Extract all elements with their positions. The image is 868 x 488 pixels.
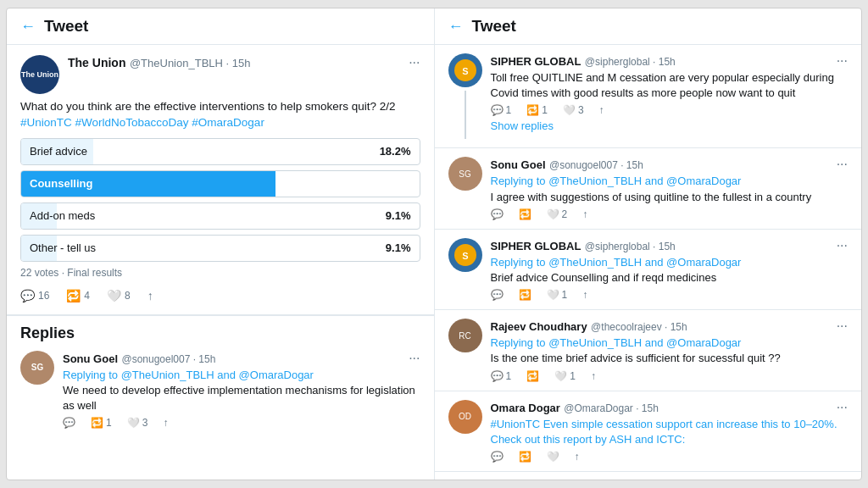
sonu-more-right[interactable]: ··· xyxy=(837,157,848,172)
poll-pct-3: 9.1% xyxy=(386,241,420,254)
rajeev-reply-count: 1 xyxy=(506,370,512,382)
sipher-reply-content-2: SIPHER GLOBAL @sipherglobal · 15h ··· Re… xyxy=(491,238,849,301)
sipher-actions-2: 💬 🔁 🤍 1 ↑ xyxy=(491,289,849,301)
retweet-icon: 🔁 xyxy=(66,289,81,302)
sonu-handle: @sonugoel007 · 15h xyxy=(121,353,215,365)
sonu-like-action[interactable]: 🤍 3 xyxy=(127,417,148,429)
sonu-actions-right: 💬 🔁 🤍 2 ↑ xyxy=(491,208,849,220)
sonu-share-icon: ↑ xyxy=(163,417,168,429)
rajeev-replying: Replying to @TheUnion_TBLH and @OmaraDog… xyxy=(491,336,849,351)
svg-text:S: S xyxy=(462,251,468,261)
poll-option-3[interactable]: Other - tell us 9.1% xyxy=(20,235,420,262)
sipher-avatar-2: S xyxy=(448,238,482,272)
sonu-like-right[interactable]: 🤍 2 xyxy=(547,208,568,220)
right-panel-title: Tweet xyxy=(472,17,516,36)
omara-share-action[interactable]: ↑ xyxy=(575,451,580,463)
main-tweet: The Union The Union @TheUnion_TBLH · 15h… xyxy=(7,45,434,315)
poll-label-2: Add-on meds xyxy=(21,209,386,222)
omara-reply-action[interactable]: 💬 xyxy=(491,451,504,463)
sonu-share-action[interactable]: ↑ xyxy=(163,417,168,429)
app-container: ← Tweet The Union The Union @TheUnion_TB… xyxy=(6,8,862,480)
like-i4: 🤍 xyxy=(547,451,559,463)
sonu-reply-icon-right[interactable]: 💬 xyxy=(491,208,504,220)
tweet-action-bar: 💬 16 🔁 4 🤍 8 ↑ xyxy=(20,284,420,304)
rajeev-reply-header: Rajeev Choudhary @thecoolrajeev · 15h ··… xyxy=(491,319,849,334)
sonu-more-options[interactable]: ··· xyxy=(409,351,420,366)
sipher-reply-action-0[interactable]: 💬 1 xyxy=(491,104,512,116)
poll-option-0[interactable]: Brief advice 18.2% xyxy=(20,138,420,165)
right-back-arrow[interactable]: ← xyxy=(448,18,464,36)
omara-avatar: OD xyxy=(448,400,482,434)
show-replies-link[interactable]: Show replies xyxy=(491,116,849,139)
rajeev-reply-action[interactable]: 💬 1 xyxy=(491,370,512,382)
like-icon-r: 🤍 xyxy=(547,208,559,220)
thread-item-2: S SIPHER GLOBAL @sipherglobal · 15h ··· xyxy=(435,230,862,310)
right-panel: ← Tweet S xyxy=(435,8,862,480)
replies-heading: Replies xyxy=(20,324,420,342)
share-i4: ↑ xyxy=(575,451,580,463)
omara-name: Omara Dogar xyxy=(491,402,560,414)
sipher-retweet-action-0[interactable]: 🔁 1 xyxy=(526,104,548,116)
poll-option-1[interactable]: Counselling 63.6% xyxy=(20,170,420,197)
rt-i4: 🔁 xyxy=(519,451,531,463)
sipher-logo-0: S xyxy=(453,58,477,82)
share-action[interactable]: ↑ xyxy=(147,289,153,302)
sipher-handle-0: @sipherglobal · 15h xyxy=(585,56,676,68)
omara-reply-header: Omara Dogar @OmaraDogar · 15h ··· xyxy=(491,400,849,415)
sipher-reply-icon-0: 💬 xyxy=(491,104,504,116)
thread-line-container-0: S SIPHER GLOBAL @sipherglobal · 15h ··· xyxy=(448,53,849,139)
poll-option-2[interactable]: Add-on meds 9.1% xyxy=(20,202,420,230)
sipher-share-2[interactable]: ↑ xyxy=(582,289,587,301)
sonu-retweet-right[interactable]: 🔁 xyxy=(519,208,531,220)
sonu-retweet-action[interactable]: 🔁 1 xyxy=(91,417,112,429)
author-handle: @TheUnion_TBLH · 15h xyxy=(130,57,251,69)
sonu-avatar-left: SG xyxy=(20,351,54,385)
share-i3: ↑ xyxy=(591,370,596,382)
share-icon: ↑ xyxy=(147,289,153,302)
retweet-icon-r: 🔁 xyxy=(519,208,531,220)
rajeev-reply-content: Rajeev Choudhary @thecoolrajeev · 15h ··… xyxy=(491,319,849,381)
sipher-more-0[interactable]: ··· xyxy=(837,53,848,69)
omara-retweet-action[interactable]: 🔁 xyxy=(519,451,531,463)
tweet-hashtags[interactable]: #UnionTC #WorldNoTobaccoDay #OmaraDogar xyxy=(20,116,264,129)
sipher-share-action-0[interactable]: ↑ xyxy=(599,104,604,116)
sonu-like-icon: 🤍 xyxy=(127,417,140,429)
sipher-like-action-0[interactable]: 🤍 3 xyxy=(563,104,584,116)
left-panel-title: Tweet xyxy=(44,17,88,36)
reply-action[interactable]: 💬 16 xyxy=(20,289,49,302)
omara-like-action[interactable]: 🤍 xyxy=(547,451,559,463)
left-back-arrow[interactable]: ← xyxy=(20,18,36,36)
like-action[interactable]: 🤍 8 xyxy=(107,289,131,302)
right-panel-content: S SIPHER GLOBAL @sipherglobal · 15h ··· xyxy=(435,45,862,480)
omara-more[interactable]: ··· xyxy=(837,400,848,415)
rajeev-share-action[interactable]: ↑ xyxy=(591,370,596,382)
sipher-retweet-count-0: 1 xyxy=(542,104,548,116)
author-display-name: The Union xyxy=(68,56,125,69)
right-header: ← Tweet xyxy=(435,8,862,45)
sipher-like-icon-0: 🤍 xyxy=(563,104,576,116)
sonu-reply-action[interactable]: 💬 xyxy=(63,417,75,429)
sipher-reply-2[interactable]: 💬 xyxy=(491,289,504,301)
sipher-retweet-2[interactable]: 🔁 xyxy=(519,289,531,301)
author-info: The Union @TheUnion_TBLH · 15h ··· xyxy=(68,55,420,70)
reply-item-sonu: SG Sonu Goel @sonugoel007 · 15h ··· Repl… xyxy=(20,351,420,430)
sipher-names-0: SIPHER GLOBAL @sipherglobal · 15h xyxy=(491,53,676,69)
more-options-button[interactable]: ··· xyxy=(409,55,420,70)
svg-text:S: S xyxy=(462,66,468,76)
reply-i3: 💬 xyxy=(491,370,504,382)
retweet-action[interactable]: 🔁 4 xyxy=(66,289,90,302)
rajeev-retweet-action[interactable]: 🔁 xyxy=(526,370,539,382)
rajeev-actions: 💬 1 🔁 🤍 1 ↑ xyxy=(491,370,849,382)
thread-left-0: S xyxy=(448,53,482,139)
sonu-replying-right: Replying to @TheUnion_TBLH and @OmaraDog… xyxy=(491,174,849,189)
sonu-share-right[interactable]: ↑ xyxy=(582,208,587,220)
poll-label-3: Other - tell us xyxy=(21,241,386,254)
rajeev-like-action[interactable]: 🤍 1 xyxy=(554,370,576,382)
rajeev-more[interactable]: ··· xyxy=(837,319,848,334)
sonu-retweet-count: 1 xyxy=(106,417,112,429)
sipher-more-2[interactable]: ··· xyxy=(837,238,848,253)
sonu-retweet-icon: 🔁 xyxy=(91,417,103,429)
omara-actions: 💬 🔁 🤍 ↑ xyxy=(491,451,849,463)
sipher-like-2[interactable]: 🤍 1 xyxy=(547,289,568,301)
thread-item-3: RC Rajeev Choudhary @thecoolrajeev · 15h… xyxy=(435,310,862,391)
